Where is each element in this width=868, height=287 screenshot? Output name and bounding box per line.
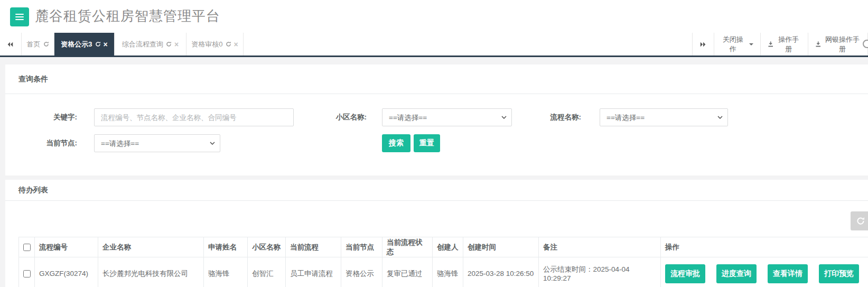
cell-process-no: GXGZF(30274) <box>35 257 98 287</box>
cell-created-at: 2025-03-28 10:26:50 <box>463 257 539 287</box>
print-preview-button[interactable]: 打印预览 <box>819 264 859 283</box>
tab-qualification-publicity[interactable]: 资格公示3 × <box>54 33 115 55</box>
table-header-row: 流程编号 企业名称 申请姓名 小区名称 当前流程 当前节点 当前流程状态 创建人… <box>19 237 868 257</box>
keyword-label: 关键字: <box>21 108 77 126</box>
cell-community: 创智汇 <box>248 257 286 287</box>
close-operations-dropdown[interactable]: 关闭操作 <box>714 33 761 55</box>
download-icon <box>768 41 773 48</box>
cell-actions: 流程审批 进度查询 查看详情 打印预览 <box>661 257 868 287</box>
refresh-icon[interactable] <box>166 41 172 47</box>
col-actions: 操作 <box>661 237 868 257</box>
refresh-icon[interactable] <box>43 41 49 47</box>
node-label: 当前节点: <box>21 134 77 152</box>
partial-icon <box>863 40 868 48</box>
cell-status: 复审已通过 <box>382 257 433 287</box>
node-select-wrap: ==请选择== <box>94 134 220 152</box>
todo-panel: 待办列表 流程编号 企业名称 申请姓名 小区名称 当前流程 当前节点 当前流程状… <box>5 180 868 287</box>
double-chevron-left-icon <box>6 41 14 48</box>
refresh-icon <box>856 217 865 225</box>
tab-home[interactable]: 首页 <box>21 33 54 55</box>
community-select[interactable]: ==请选择== <box>382 108 512 126</box>
cell-applicant: 骆海锋 <box>204 257 248 287</box>
hamburger-menu-button[interactable] <box>10 7 29 26</box>
operation-manual-button[interactable]: 操作手册 <box>761 33 808 55</box>
tab-label: 首页 <box>27 40 41 49</box>
process-label: 流程名称: <box>528 108 581 126</box>
cell-remark: 公示结束时间：2025-04-04 10:29:27 <box>539 257 661 287</box>
tab-label: 资格公示3 <box>61 40 92 49</box>
community-select-wrap: ==请选择== <box>382 108 512 126</box>
keyword-input[interactable] <box>94 108 294 126</box>
table-row: GXGZF(30274) 长沙麓邦光电科技有限公司 骆海锋 创智汇 员工申请流程… <box>19 257 868 287</box>
scroll-tabs-right-button[interactable] <box>692 33 714 55</box>
cell-company: 长沙麓邦光电科技有限公司 <box>98 257 204 287</box>
query-panel-title: 查询条件 <box>5 64 868 94</box>
todo-table: 流程编号 企业名称 申请姓名 小区名称 当前流程 当前节点 当前流程状态 创建人… <box>18 237 868 287</box>
process-select[interactable]: ==请选择== <box>600 108 728 126</box>
double-chevron-right-icon <box>699 41 707 48</box>
col-current-node: 当前节点 <box>341 237 382 257</box>
scroll-tabs-left-button[interactable] <box>0 33 20 55</box>
node-select[interactable]: ==请选择== <box>94 134 220 152</box>
community-label: 小区名称: <box>314 108 367 126</box>
cell-creator: 骆海锋 <box>433 257 463 287</box>
refresh-icon[interactable] <box>226 41 231 47</box>
row-checkbox[interactable] <box>23 270 31 277</box>
tab-qualification-audit[interactable]: 资格审核0 × <box>186 33 244 55</box>
app-header: 麓谷租赁公租房智慧管理平台 <box>0 0 868 33</box>
todo-panel-title: 待办列表 <box>5 180 868 201</box>
col-applicant: 申请姓名 <box>204 237 248 257</box>
col-created-at: 创建时间 <box>463 237 539 257</box>
col-status: 当前流程状态 <box>382 237 433 257</box>
search-button[interactable]: 搜索 <box>382 134 410 152</box>
cell-current-node: 资格公示 <box>341 257 382 287</box>
tab-label: 资格审核0 <box>191 40 222 49</box>
reset-button[interactable]: 重置 <box>414 134 440 152</box>
col-company: 企业名称 <box>98 237 204 257</box>
process-select-wrap: ==请选择== <box>600 108 728 126</box>
query-panel: 查询条件 关键字: 小区名称: ==请选择== 流程名称: ==请选择== 当前… <box>5 64 868 175</box>
col-current-process: 当前流程 <box>286 237 341 257</box>
col-remark: 备注 <box>539 237 661 257</box>
tab-process-query[interactable]: 综合流程查询 × <box>115 33 186 55</box>
select-all-checkbox[interactable] <box>23 244 31 251</box>
tab-label: 综合流程查询 <box>122 40 163 49</box>
operation-manual-label: 操作手册 <box>777 35 801 54</box>
tab-actions: 关闭操作 操作手册 网银操作手册 <box>692 33 868 55</box>
refresh-list-button[interactable] <box>851 211 868 230</box>
download-icon <box>815 41 821 48</box>
refresh-icon[interactable] <box>95 41 101 47</box>
approve-process-button[interactable]: 流程审批 <box>665 264 705 283</box>
close-operations-label: 关闭操作 <box>721 35 745 54</box>
close-tab-icon[interactable]: × <box>174 41 179 48</box>
col-community: 小区名称 <box>248 237 286 257</box>
view-details-button[interactable]: 查看详情 <box>768 264 808 283</box>
close-tab-icon[interactable]: × <box>104 41 108 48</box>
bank-manual-label: 网银操作手册 <box>824 35 861 54</box>
hamburger-icon <box>15 14 24 15</box>
bank-manual-button[interactable]: 网银操作手册 <box>808 33 868 55</box>
col-creator: 创建人 <box>433 237 463 257</box>
caret-down-icon <box>749 43 753 45</box>
cell-current-process: 员工申请流程 <box>286 257 341 287</box>
app-title: 麓谷租赁公租房智慧管理平台 <box>35 7 220 25</box>
close-tab-icon[interactable]: × <box>234 41 238 48</box>
tab-bar: 首页 资格公示3 × 综合流程查询 × 资格审核0 × 关闭操作 <box>0 33 868 57</box>
col-process-no: 流程编号 <box>35 237 98 257</box>
progress-query-button[interactable]: 进度查询 <box>716 264 757 283</box>
